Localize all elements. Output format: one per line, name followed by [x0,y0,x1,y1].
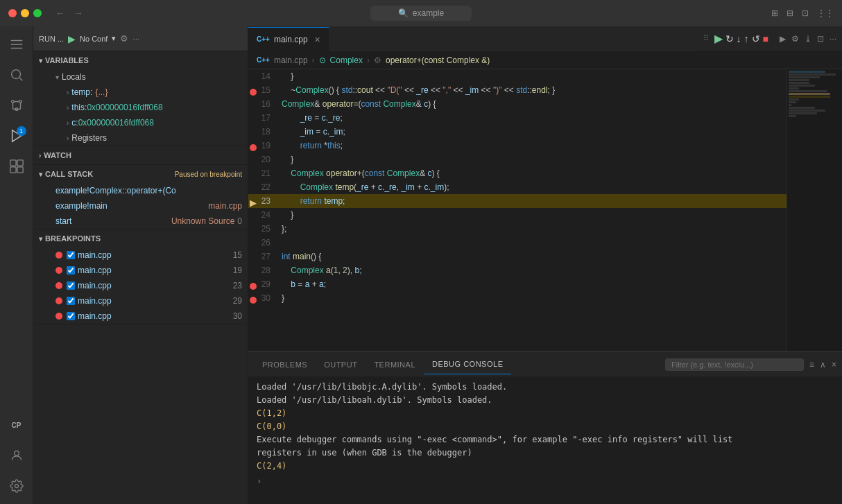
close-button[interactable] [8,9,17,17]
svg-marker-4 [12,130,21,142]
debug-play-button[interactable]: ▶ [68,33,76,44]
activity-icon-account[interactable] [4,443,29,468]
code-editor[interactable]: 14 } 15 ~Complex() { std::cout << "D(" <… [248,69,787,351]
bp-item-2[interactable]: main.cpp 23 [33,278,248,293]
bp-item-4[interactable]: main.cpp 30 [33,309,248,324]
breadcrumb-sep-1: › [312,55,315,65]
bp-file-3: main.cpp [78,296,112,306]
activity-icon-search[interactable] [4,62,29,87]
debug-config-dropdown[interactable]: ▾ [112,34,116,43]
activity-icon-explorer[interactable] [4,32,29,57]
bp-line-4: 30 [233,311,242,321]
c-chevron: › [67,119,69,127]
bp-checkbox-0[interactable] [67,251,75,259]
debug-config-label: No Conf [80,35,108,43]
layout-icon[interactable]: ⊞ [771,8,778,18]
watch-header[interactable]: › WATCH [33,146,248,164]
activity-icon-settings[interactable] [4,473,29,498]
code-content-14: } [276,69,299,83]
console-line-3: C(0,0) [257,420,834,433]
this-var[interactable]: › this : 0x000000016fdff068 [33,100,248,115]
temp-name: temp [71,87,90,97]
minimap [787,69,842,351]
editor-tabs: C++ main.cpp × [248,26,698,51]
more-button[interactable]: ··· [830,34,836,44]
step-out-button[interactable]: ↑ [744,33,749,44]
minimap-line [789,82,809,84]
filter-input[interactable] [665,358,804,371]
console-line-0: Loaded '/usr/lib/libobjc.A.dylib'. Symbo… [257,381,834,393]
breadcrumb-lang: C++ [257,56,270,64]
temp-chevron: › [67,89,69,96]
tab-main-cpp[interactable]: C++ main.cpp × [248,27,329,51]
watch-chevron: › [39,152,41,159]
breakpoints-label: BREAKPOINTS [45,234,101,243]
bp-checkbox-1[interactable] [67,266,75,275]
debug-more-button[interactable]: ··· [132,34,139,44]
search-text: example [413,8,444,18]
bp-file-0: main.cpp [78,250,112,260]
stop-button[interactable]: ■ [763,33,768,44]
titlebar-actions: ⊞ ⊟ ⊡ ⋮⋮ [771,8,834,18]
tab-problems[interactable]: PROBLEMS [254,355,316,374]
variables-header[interactable]: ▾ VARIABLES [33,51,248,69]
registers-item[interactable]: › Registers [33,130,248,146]
back-button[interactable]: ← [53,8,68,19]
download-button[interactable]: ⤓ [805,34,811,44]
svg-rect-7 [10,167,15,173]
tab-close-icon[interactable]: × [315,34,320,45]
bp-checkbox-3[interactable] [67,297,75,305]
filter-up-icon[interactable]: ∧ [820,360,826,370]
code-line-20: 20 } [248,153,787,166]
tab-debug-console[interactable]: DEBUG CONSOLE [424,354,511,374]
bp-dot-0 [55,252,62,259]
line-num-18: 18 [248,127,276,137]
activity-icon-scm[interactable] [4,93,29,118]
activity-icon-extensions[interactable] [4,154,29,179]
callstack-item-0[interactable]: example!Complex::operator+(Co [33,183,248,198]
temp-value: {...} [95,87,108,97]
callstack-status: Paused on breakpoint [175,171,242,178]
tab-terminal[interactable]: TERMINAL [366,355,424,374]
maximize-button[interactable] [33,9,42,17]
callstack-header[interactable]: ▾ CALL STACK Paused on breakpoint [33,165,248,183]
locals-item[interactable]: ▾ Locals [33,69,248,85]
breakpoints-header[interactable]: ▾ BREAKPOINTS [33,229,248,247]
bp-file-1: main.cpp [78,266,112,275]
settings-button[interactable]: ⚙ [791,34,799,44]
code-line-28: 28 Complex a(1, 2), b; [248,263,787,277]
panel-close-icon[interactable]: × [832,360,836,370]
minimize-button[interactable] [21,9,29,17]
run-code-button[interactable]: ▶ [780,34,786,44]
filter-list-icon[interactable]: ≡ [809,360,814,370]
bp-item-0[interactable]: main.cpp 15 [33,247,248,263]
debug-gear-icon[interactable]: ⚙ [120,33,128,44]
temp-var[interactable]: › temp : {...} [33,85,248,100]
split-editor-button[interactable]: ⊡ [817,34,824,44]
activity-icon-debug[interactable] [4,123,29,148]
callstack-item-2[interactable]: start Unknown Source 0 [33,214,248,229]
search-bar[interactable]: 🔍 example [370,6,472,21]
minimap-line [789,87,799,89]
callstack-label: CALL STACK [45,170,93,178]
variables-section: ▾ VARIABLES ▾ Locals › temp : {...} › th… [33,51,248,146]
callstack-section: ▾ CALL STACK Paused on breakpoint exampl… [33,165,248,229]
step-into-button[interactable]: ↓ [737,33,741,44]
split-icon[interactable]: ⊡ [802,8,809,18]
forward-button[interactable]: → [71,8,86,19]
c-var[interactable]: › c : 0x000000016fdff068 [33,115,248,130]
menu-icon[interactable]: ⋮⋮ [817,8,834,18]
bp-checkbox-2[interactable] [67,281,75,290]
bp-item-1[interactable]: main.cpp 19 [33,263,248,278]
bp-checkbox-4[interactable] [67,312,75,320]
step-over-button[interactable]: ↻ [725,33,734,44]
continue-button[interactable]: ▶ [714,32,723,45]
tab-output[interactable]: OUTPUT [316,355,366,374]
bp-item-3[interactable]: main.cpp 29 [33,293,248,309]
callstack-item-1[interactable]: example!main main.cpp [33,198,248,214]
code-editor-container: 14 } 15 ~Complex() { std::cout << "D(" <… [248,69,842,351]
line-num-23: ▶ 23 [248,196,276,206]
layout2-icon[interactable]: ⊟ [787,8,793,18]
restart-button[interactable]: ↺ [752,33,760,44]
activity-icon-cp[interactable]: CP [4,412,29,437]
